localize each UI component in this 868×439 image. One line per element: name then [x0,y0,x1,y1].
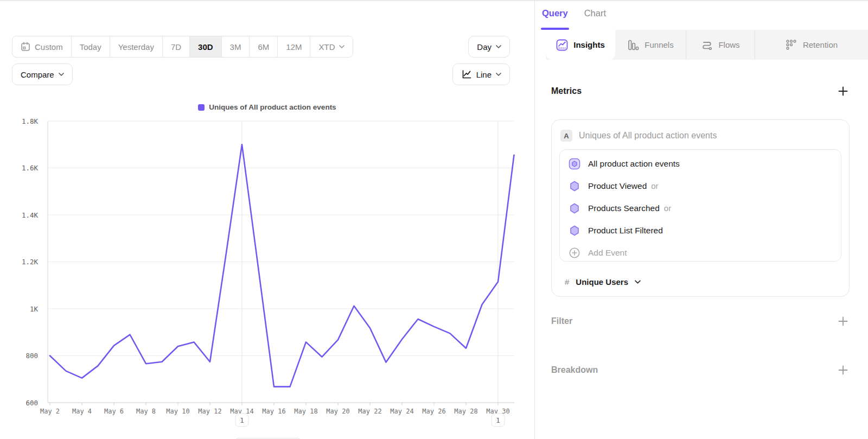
line-chart[interactable]: 6008001K1.2K1.4K1.6K1.8KMay 2May 4May 6M… [0,1,534,439]
tab-query[interactable]: Query [542,8,568,25]
report-type-tabs: Insights Funnels Flows [546,30,868,60]
hexagon-icon [569,202,580,214]
svg-text:May 2: May 2 [40,408,60,415]
tab-funnels-label: Funnels [644,40,673,49]
svg-text:1.2K: 1.2K [22,258,39,266]
event-row[interactable]: Product List Filtered [560,219,841,241]
svg-text:1K: 1K [30,305,39,313]
svg-text:1: 1 [240,416,244,424]
add-filter-button[interactable] [838,316,848,326]
event-row[interactable]: Products Searched or [560,197,841,219]
metric-card: A Uniques of All product action events A… [551,119,850,297]
chevron-down-icon [635,280,641,284]
tab-retention[interactable]: Retention [755,30,868,60]
hexagon-icon [569,225,580,237]
funnels-icon [627,39,639,51]
tab-flows-label: Flows [718,40,739,49]
svg-text:1.4K: 1.4K [22,211,39,219]
tab-insights-label: Insights [573,40,605,49]
tab-chart[interactable]: Chart [584,8,606,25]
tab-retention-label: Retention [803,40,838,49]
event-row[interactable]: Product Viewed or [560,175,841,197]
event-row[interactable]: All product action events [560,152,841,175]
add-event-button[interactable]: Add Event [560,241,841,264]
panel-tabs: Query Chart [542,8,606,25]
svg-text:1.6K: 1.6K [22,164,39,172]
series-title: Uniques of All product action events [579,131,717,141]
circle-plus-icon [569,247,580,259]
svg-text:May 18: May 18 [294,408,317,415]
svg-text:May 10: May 10 [166,408,189,415]
tab-flows[interactable]: Flows [686,30,755,60]
event-group-icon [569,158,580,170]
hash-symbol: # [565,277,569,287]
svg-text:1: 1 [496,416,500,424]
measurement-dropdown[interactable]: # Unique Users [565,277,641,287]
metrics-heading: Metrics [551,86,582,96]
chart-panel: Custom Today Yesterday 7D 30D 3M 6M 12M … [0,1,534,439]
add-metric-button[interactable] [838,86,848,96]
svg-text:May 4: May 4 [72,408,92,415]
svg-text:1.8K: 1.8K [22,117,39,125]
svg-text:600: 600 [25,399,38,407]
svg-text:May 22: May 22 [358,408,381,415]
svg-text:May 16: May 16 [262,408,285,415]
flows-icon [701,39,713,51]
hexagon-icon [569,180,580,192]
insights-icon [556,39,568,51]
svg-text:May 6: May 6 [104,408,124,415]
svg-text:May 24: May 24 [390,408,413,415]
retention-icon [786,39,797,51]
tab-funnels[interactable]: Funnels [615,30,686,60]
svg-text:May 20: May 20 [326,408,349,415]
svg-text:May 12: May 12 [198,408,221,415]
svg-text:May 8: May 8 [136,408,156,415]
tab-insights[interactable]: Insights [546,30,615,60]
series-badge: A [560,130,572,142]
svg-text:800: 800 [25,352,38,360]
metric-card-header[interactable]: A Uniques of All product action events [560,130,849,142]
add-breakdown-button[interactable] [838,365,848,375]
breakdown-heading: Breakdown [551,365,598,375]
svg-text:May 28: May 28 [454,408,477,415]
event-list: All product action events Product Viewed… [559,149,841,262]
svg-text:May 26: May 26 [422,408,445,415]
filter-heading: Filter [551,316,572,326]
query-panel: Query Chart Insights Funnels [534,1,868,439]
